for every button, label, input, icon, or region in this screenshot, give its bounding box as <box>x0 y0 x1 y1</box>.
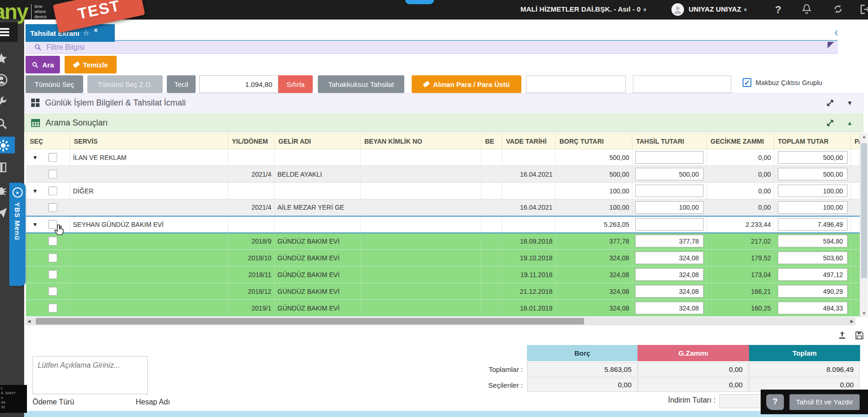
filter-info-bar[interactable]: Filtre Bilgisi <box>26 40 838 54</box>
table-row-selected[interactable]: ▼ SEYHAN GÜNDÜZ BAKIM EVİ 5.263,05 2.233… <box>26 216 860 233</box>
table-row[interactable]: 2021/4AİLE MEZAR YERİ GE 16.04.2021 100,… <box>26 199 860 216</box>
department-selector[interactable]: MALİ HİZMETLER DAİ.BŞK. - Asıl - 0▾ <box>520 5 646 13</box>
select-all-button[interactable]: Tümünü Seç <box>26 75 83 93</box>
table-row[interactable]: 2021/4BELDE AYAKLI 16.04.2021 500,00 0,0… <box>26 166 860 183</box>
dock-help-icon[interactable]: ? <box>766 394 784 410</box>
table-row[interactable]: 2018/10GÜNDÜZ BAKIM EVİ 19.10.2018 324,0… <box>26 250 860 266</box>
row-checkbox[interactable] <box>48 270 57 279</box>
export-icon[interactable] <box>838 331 847 342</box>
favorite-star-icon[interactable]: ☆ <box>83 29 89 37</box>
tahakkuksuz-tahsilat-button[interactable]: Tahakkuksuz Tahsilat <box>318 75 404 93</box>
table-row[interactable]: 2018/9GÜNDÜZ BAKIM EVİ 18.09.2018 377,78… <box>26 233 860 250</box>
tahsil-input[interactable] <box>635 151 704 164</box>
user-profile-icon[interactable] <box>0 73 9 87</box>
table-row[interactable]: 2018/11GÜNDÜZ BAKIM EVİ 19.11.2018 324,0… <box>26 266 860 283</box>
row-expander-icon[interactable]: ▼ <box>29 221 42 228</box>
alinan-para-button[interactable]: Alınan Para / Para Üstü <box>412 75 521 93</box>
row-expander-icon[interactable]: ▼ <box>29 154 42 161</box>
user-menu[interactable]: UNIYAZ UNIYAZ▾ <box>689 5 747 13</box>
scroll-left-icon[interactable]: ◀ <box>27 319 31 324</box>
clear-button[interactable]: Temizle <box>65 56 117 73</box>
hamburger-menu-icon[interactable] <box>0 22 18 42</box>
toplam-input[interactable] <box>778 235 848 247</box>
tahsil-input[interactable] <box>635 168 704 180</box>
row-checkbox[interactable] <box>48 304 57 312</box>
toplam-input[interactable] <box>778 302 848 314</box>
description-textarea[interactable] <box>33 356 148 394</box>
toplam-input[interactable] <box>778 218 848 231</box>
vertical-scrollbar[interactable]: ▲ ▼ <box>860 133 868 317</box>
book-icon[interactable] <box>0 161 9 175</box>
expand-icon[interactable] <box>826 119 835 127</box>
dashboard-grid-icon <box>31 99 39 107</box>
refresh-icon[interactable] <box>833 4 843 16</box>
toplam-input[interactable] <box>778 268 848 281</box>
row-checkbox[interactable] <box>48 170 57 179</box>
filter-label: Filtre Bilgisi <box>46 43 85 52</box>
receipt-grouped-checkbox[interactable]: ✓ Makbuz Çıktısı Gruplu <box>743 78 822 87</box>
expand-icon[interactable] <box>826 99 835 107</box>
reset-button[interactable]: Sıfırla <box>278 75 313 93</box>
row-checkbox[interactable] <box>48 253 57 262</box>
toplam-input[interactable] <box>778 201 848 214</box>
toplam-input[interactable] <box>778 168 848 180</box>
close-tab-icon[interactable]: × <box>94 26 98 34</box>
tahsil-input[interactable] <box>635 302 704 314</box>
tahsil-input[interactable] <box>635 268 704 281</box>
tahsil-input[interactable] <box>635 185 704 197</box>
tahsil-input[interactable] <box>635 285 704 298</box>
change-money-input[interactable] <box>633 75 731 93</box>
panel-collapse-chevrons[interactable]: ‹ ‹ <box>834 25 868 54</box>
recording-overlay: t: 0- SHOT n 04- 32 <box>0 385 27 413</box>
summary-col-toplam: Toplam <box>749 345 860 361</box>
search-sidebar-icon[interactable] <box>0 117 9 131</box>
tahsil-input[interactable] <box>635 218 704 231</box>
table-row[interactable]: 2018/12GÜNDÜZ BAKIM EVİ 21.12.2018 324,0… <box>26 283 860 300</box>
scroll-right-icon[interactable]: ▶ <box>850 319 854 324</box>
toplam-input[interactable] <box>778 285 848 298</box>
received-money-input[interactable] <box>526 75 626 93</box>
toplam-input[interactable] <box>778 185 848 197</box>
section-search-results[interactable]: Arama Sonuçları ▲ <box>24 113 863 132</box>
scroll-up-icon[interactable]: ▲ <box>862 134 866 139</box>
search-button[interactable]: Ara <box>26 56 60 73</box>
row-checkbox[interactable] <box>48 153 57 162</box>
avatar[interactable] <box>671 3 684 16</box>
tools-wrench-icon[interactable] <box>0 96 9 110</box>
table-row[interactable]: 2019/1GÜNDÜZ BAKIM EVİ 18.01.2019 324,08… <box>26 300 860 317</box>
help-icon[interactable]: ? <box>775 4 781 16</box>
favorites-star-icon[interactable] <box>0 52 9 66</box>
vertical-scroll-thumb[interactable] <box>861 143 867 278</box>
scroll-down-icon[interactable]: ▼ <box>862 311 866 316</box>
collect-and-print-button[interactable]: Tahsil Et ve Yazdır <box>789 394 860 410</box>
collapse-triangle-icon[interactable]: ▲ <box>847 119 853 126</box>
checkbox-checked-icon[interactable]: ✓ <box>743 78 751 87</box>
save-icon[interactable] <box>855 331 864 342</box>
table-row[interactable]: ▼ DİĞER 100,00 0,00 <box>26 183 860 199</box>
ybs-menu-tab[interactable]: ➤ YBS Menü <box>9 183 26 286</box>
section-daily-transactions[interactable]: Günlük İşlem Bilgileri & Tahsilat İcmali… <box>24 93 863 113</box>
logout-icon[interactable] <box>860 4 868 17</box>
toplam-input[interactable] <box>778 252 848 264</box>
notifications-bell-icon[interactable] <box>802 4 812 17</box>
tahsil-input[interactable] <box>635 235 704 247</box>
tahsil-input[interactable] <box>635 201 704 214</box>
bug-icon[interactable] <box>0 184 9 198</box>
settings-gear-icon-active[interactable] <box>0 137 15 153</box>
select-all-zd-button[interactable]: Tümünü Seç Z.D. <box>87 75 163 93</box>
horizontal-scrollbar[interactable]: ◀ ▶ <box>26 317 855 325</box>
horizontal-scroll-thumb[interactable] <box>36 318 584 324</box>
row-expander-icon[interactable]: ▼ <box>29 188 42 194</box>
row-checkbox[interactable] <box>48 203 57 212</box>
table-row[interactable]: ▼ İLAN VE REKLAM 500,00 0,00 <box>26 149 860 166</box>
row-checkbox[interactable] <box>48 186 57 195</box>
toplam-input[interactable] <box>778 151 848 164</box>
send-plane-icon[interactable] <box>0 206 9 220</box>
tahsil-input[interactable] <box>635 252 704 264</box>
tecil-button[interactable]: Tecil <box>167 75 196 93</box>
collapse-triangle-icon[interactable]: ▼ <box>847 99 853 106</box>
summary-col-borc: Borç <box>527 345 638 361</box>
amount-input[interactable] <box>199 75 278 93</box>
results-table: SEÇ SERVİS YIL/DÖNEM GELİR ADI BEYAN KİM… <box>26 133 860 317</box>
row-checkbox[interactable] <box>48 287 57 296</box>
